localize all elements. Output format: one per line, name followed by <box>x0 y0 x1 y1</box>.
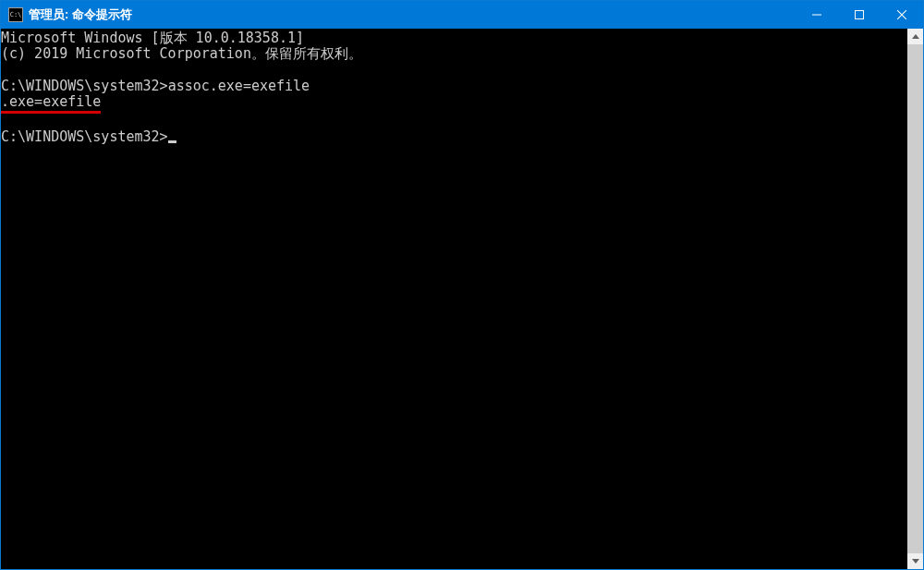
svg-rect-1 <box>856 11 864 19</box>
maximize-icon <box>855 10 864 19</box>
command-1-text: assoc.exe=exefile <box>168 78 310 94</box>
terminal-output[interactable]: Microsoft Windows [版本 10.0.18358.1](c) 2… <box>1 29 907 569</box>
vertical-scrollbar[interactable] <box>907 29 923 569</box>
version-line: Microsoft Windows [版本 10.0.18358.1] <box>1 30 907 46</box>
window-controls <box>796 1 923 29</box>
svg-rect-0 <box>812 15 821 16</box>
prompt-1: C:\WINDOWS\system32> <box>1 78 168 94</box>
blank-line-2 <box>1 113 907 128</box>
close-button[interactable] <box>881 1 923 29</box>
output-1-text: .exe=exefile <box>1 94 101 114</box>
close-icon <box>897 10 906 19</box>
scrollbar-track[interactable] <box>907 44 923 553</box>
scrollbar-thumb[interactable] <box>907 44 923 553</box>
chevron-up-icon <box>912 34 919 39</box>
chevron-down-icon <box>912 559 919 564</box>
output-line-1: .exe=exefile <box>1 94 907 113</box>
prompt-2: C:\WINDOWS\system32> <box>1 128 168 145</box>
cursor <box>168 140 176 143</box>
command-prompt-window: C:\ 管理员: 命令提示符 Microsoft Windows [版本 10.… <box>0 0 924 570</box>
terminal-area: Microsoft Windows [版本 10.0.18358.1](c) 2… <box>1 29 923 569</box>
window-title: 管理员: 命令提示符 <box>29 6 796 23</box>
minimize-icon <box>812 10 821 19</box>
minimize-button[interactable] <box>796 1 838 29</box>
command-line-1: C:\WINDOWS\system32>assoc.exe=exefile <box>1 79 907 94</box>
scroll-up-button[interactable] <box>907 29 923 44</box>
blank-line <box>1 63 907 79</box>
cmd-icon: C:\ <box>8 7 23 22</box>
scroll-down-button[interactable] <box>907 553 923 569</box>
copyright-line: (c) 2019 Microsoft Corporation。保留所有权利。 <box>1 46 907 62</box>
command-line-2: C:\WINDOWS\system32> <box>1 129 907 145</box>
titlebar[interactable]: C:\ 管理员: 命令提示符 <box>1 1 923 29</box>
maximize-button[interactable] <box>838 1 881 29</box>
